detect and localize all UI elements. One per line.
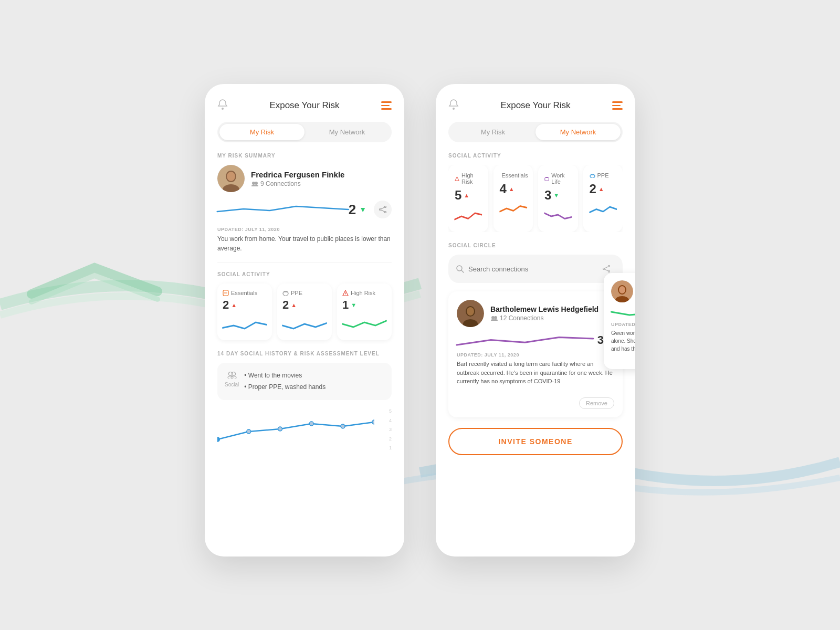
- invite-someone-button[interactable]: INVITE SOMEONE: [448, 428, 623, 455]
- svg-point-6: [255, 182, 258, 185]
- svg-point-4: [227, 172, 235, 181]
- tab-bar-left: My Risk My Network: [217, 122, 392, 142]
- svg-marker-32: [455, 176, 459, 180]
- bart-connections: 12 Connections: [500, 314, 543, 322]
- tab-my-risk-left[interactable]: My Risk: [219, 124, 304, 140]
- app-title-right: Expose Your Risk: [500, 100, 570, 111]
- score-row-left: 2 ▼: [349, 201, 392, 218]
- user-connections: 9 Connections: [251, 180, 344, 187]
- bell-icon-right: [448, 99, 459, 112]
- user-name: Fredrica Fergusen Finkle: [251, 170, 344, 179]
- activity-card-essentials: Essentials 4 ▲: [494, 165, 533, 232]
- avatar-gwen: [611, 280, 633, 302]
- svg-point-39: [608, 266, 610, 267]
- search-bar[interactable]: [448, 255, 623, 283]
- left-phone: Expose Your Risk My Risk My Network MY R…: [205, 84, 404, 556]
- right-phone: Expose Your Risk My Risk My Network SOCI…: [436, 84, 635, 556]
- svg-line-42: [604, 267, 608, 268]
- bart-remove-button[interactable]: Remove: [579, 397, 614, 409]
- svg-point-30: [372, 420, 374, 424]
- svg-point-25: [217, 437, 220, 442]
- svg-line-43: [604, 269, 608, 271]
- menu-icon-left[interactable]: [381, 101, 392, 110]
- gwen-updated: UPDATED: JULY 17, 2020: [611, 322, 635, 327]
- social-cards-left: Essentials 2 ▲ PPE 2 ▲: [217, 284, 392, 340]
- svg-point-40: [603, 268, 605, 270]
- social-card-essentials: Essentials 2 ▲: [217, 284, 272, 340]
- svg-point-41: [608, 271, 610, 272]
- svg-line-12: [381, 207, 384, 209]
- svg-point-29: [341, 424, 345, 428]
- svg-line-38: [461, 270, 464, 272]
- social-circle-label: SOCIAL CIRCLE: [448, 243, 623, 248]
- tab-my-risk-right[interactable]: My Risk: [450, 124, 536, 140]
- menu-icon-right[interactable]: [612, 101, 623, 110]
- history-box: Social • Went to the movies • Proper PPE…: [217, 363, 392, 400]
- bart-score: 3: [597, 333, 604, 347]
- svg-point-28: [309, 422, 313, 426]
- svg-point-10: [380, 209, 381, 211]
- risk-summary-label: MY RISK SUMMARY: [217, 153, 392, 159]
- share-button-left[interactable]: [374, 201, 392, 218]
- svg-point-9: [385, 206, 386, 208]
- svg-point-20: [345, 295, 346, 295]
- activity-card-high-risk: High Risk 5 ▲: [448, 165, 488, 232]
- app-title-left: Expose Your Risk: [269, 100, 339, 111]
- phone-header-right: Expose Your Risk: [448, 99, 623, 112]
- social-card-high-risk: High Risk 1 ▼: [337, 284, 392, 340]
- tab-my-network-right[interactable]: My Network: [536, 124, 621, 140]
- svg-point-31: [453, 108, 455, 110]
- risk-description-left: You work from home. Your travel to publi…: [217, 234, 392, 253]
- svg-line-13: [381, 210, 384, 212]
- svg-point-27: [278, 427, 282, 431]
- svg-point-55: [619, 286, 625, 293]
- avatar-bart: [457, 300, 484, 327]
- svg-point-49: [494, 316, 497, 319]
- bart-description: Bart recently visited a long term care f…: [457, 360, 614, 386]
- social-activity-label-left: SOCIAL ACTIVITY: [217, 271, 392, 277]
- social-activity-label-right: SOCIAL ACTIVITY: [448, 153, 623, 159]
- trend-arrow-left: ▼: [359, 205, 366, 214]
- bart-updated: UPDATED: JULY 11, 2020: [457, 352, 614, 358]
- search-icon: [456, 265, 464, 273]
- bart-name: Bartholemew Lewis Hedgefield: [490, 305, 598, 313]
- profile-info: Fredrica Fergusen Finkle 9 Connections: [251, 170, 344, 187]
- activity-grid: High Risk 5 ▲ Essentials 4 ▲: [448, 165, 623, 232]
- search-input[interactable]: [468, 265, 589, 273]
- svg-point-24: [231, 376, 236, 379]
- svg-point-11: [385, 212, 386, 213]
- risk-score-left: 2: [349, 202, 356, 218]
- connection-card-bart: Bartholemew Lewis Hedgefield 12 Connecti…: [448, 291, 623, 417]
- gwen-description: Gwen works from home and lives alone. Sh…: [611, 329, 635, 353]
- activity-card-ppe: PPE 2 ▲: [583, 165, 623, 232]
- phone-header-left: Expose Your Risk: [217, 99, 392, 112]
- social-card-ppe: PPE 2 ▲: [277, 284, 332, 340]
- svg-point-0: [222, 108, 224, 110]
- history-label: 14 DAY SOCIAL HISTORY & RISK ASSESSMENT …: [217, 351, 392, 356]
- tab-my-network-left[interactable]: My Network: [304, 124, 390, 140]
- svg-point-26: [247, 429, 251, 434]
- svg-point-47: [467, 307, 474, 316]
- svg-rect-34: [545, 177, 549, 181]
- profile-row: Fredrica Fergusen Finkle 9 Connections: [217, 165, 392, 192]
- activity-card-work-life: Work Life 3 ▼: [538, 165, 578, 232]
- phones-container: Expose Your Risk My Risk My Network MY R…: [205, 84, 635, 556]
- updated-date-left: UPDATED: JULY 11, 2020: [217, 227, 392, 232]
- tab-bar-right: My Risk My Network: [448, 122, 623, 142]
- risk-chart: 54321: [217, 408, 392, 450]
- bell-icon: [217, 99, 228, 112]
- floating-card-gwen: Gwen Baker-Wright 54 Connections 1 ▼ UPD…: [604, 273, 635, 369]
- avatar-left: [217, 165, 245, 192]
